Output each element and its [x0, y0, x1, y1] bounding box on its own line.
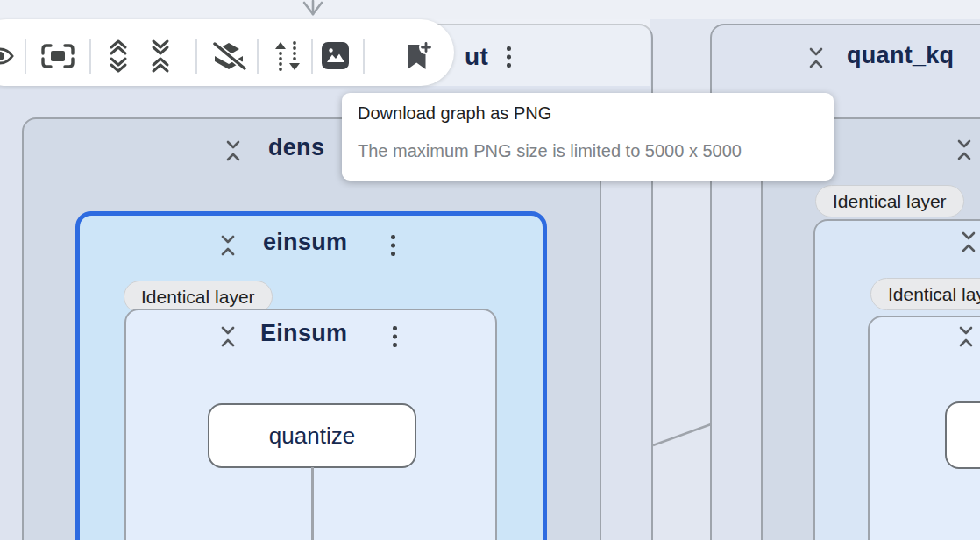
download-png-tooltip: Download graph as PNG The maximum PNG si… — [342, 93, 834, 181]
node-title-einsum: einsum — [263, 229, 347, 256]
toolbar-divider — [89, 39, 91, 74]
model-explorer-canvas[interactable]: dens einsum Identical layer Einsum quant… — [0, 0, 980, 540]
tooltip-title: Download graph as PNG — [358, 103, 551, 124]
add-bookmark-icon[interactable] — [401, 40, 435, 72]
expand-all-layers-icon[interactable] — [107, 39, 130, 74]
collapse-all-layers-icon[interactable] — [149, 39, 172, 74]
toolbar-divider — [257, 39, 259, 74]
node-title-quant-kq: quant_kq — [847, 42, 954, 69]
collapse-layer-icon[interactable] — [957, 324, 975, 349]
op-node-quantize[interactable]: quantize — [208, 403, 416, 468]
toolbar-divider — [363, 39, 365, 74]
toolbar-divider — [311, 39, 313, 74]
node-title-ut-partial: ut — [465, 43, 488, 71]
expand-vertical-icon[interactable] — [273, 40, 302, 72]
node-title-dens: dens — [268, 134, 324, 161]
collapse-layer-icon[interactable] — [219, 233, 237, 258]
identical-layer-badge: Identical layer — [870, 278, 980, 310]
download-png-icon[interactable] — [322, 42, 349, 69]
visibility-icon[interactable] — [0, 42, 14, 70]
tooltip-subtitle: The maximum PNG size is limited to 5000 … — [358, 141, 742, 161]
collapse-layer-icon[interactable] — [955, 138, 973, 162]
identical-layer-badge: Identical layer — [815, 185, 964, 217]
node-menu-icon[interactable] — [391, 234, 395, 257]
node-title-Einsum: Einsum — [260, 320, 347, 347]
south-arrow-icon — [302, 0, 324, 18]
collapse-layer-icon[interactable] — [807, 46, 825, 70]
op-node-partial[interactable] — [945, 401, 980, 469]
graph-edge — [311, 467, 314, 540]
flatten-layers-icon[interactable] — [209, 41, 248, 71]
node-menu-icon[interactable] — [393, 325, 397, 348]
node-menu-icon[interactable] — [507, 46, 511, 68]
collapse-layer-icon[interactable] — [960, 230, 977, 254]
fit-to-screen-icon[interactable] — [41, 44, 75, 68]
toolbar-divider — [195, 39, 197, 74]
canvas-top-strip — [0, 0, 980, 19]
toolbar-divider — [25, 39, 26, 74]
collapse-layer-icon[interactable] — [224, 139, 242, 163]
collapse-layer-icon[interactable] — [219, 324, 237, 349]
